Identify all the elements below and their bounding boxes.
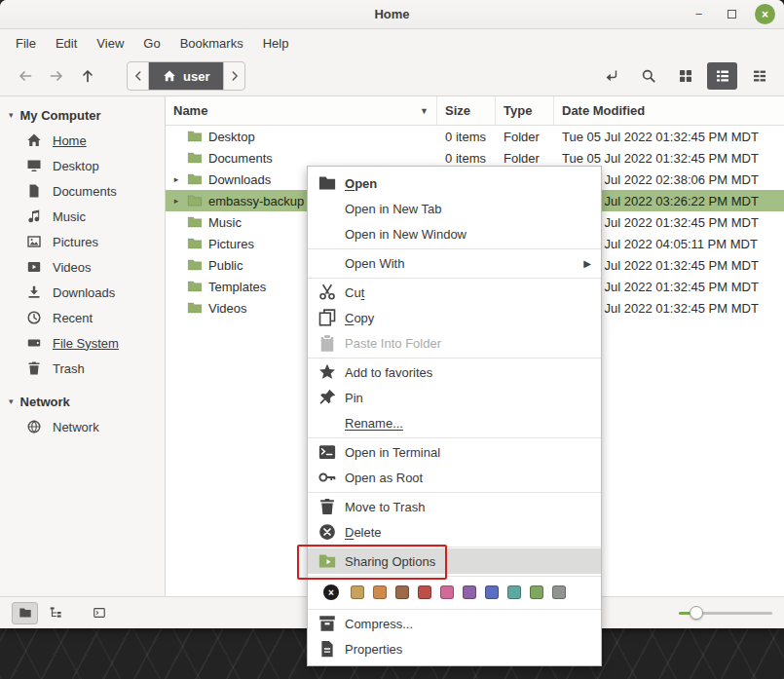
sidebar-item-network[interactable]: Network	[0, 414, 165, 439]
list-view-button[interactable]	[707, 62, 737, 90]
file-row-desktop[interactable]: Desktop0 itemsFolderTue 05 Jul 2022 01:3…	[166, 126, 784, 147]
menu-item-open-as-root[interactable]: Open as Root	[308, 465, 601, 490]
menubar-item-file[interactable]: File	[6, 32, 46, 55]
menu-item-sharing-options[interactable]: Sharing Options	[308, 548, 601, 574]
column-header-label: Size	[445, 103, 470, 118]
filesystem-icon	[26, 335, 42, 351]
menu-separator	[308, 437, 601, 438]
minimize-button[interactable]: −	[689, 4, 709, 24]
toolbar-right	[596, 62, 774, 90]
sidebar-section-header[interactable]: ▾Network	[0, 389, 165, 414]
folder-color-swatch-4[interactable]	[440, 585, 454, 599]
breadcrumb: user	[127, 61, 245, 91]
desktop-icon	[26, 158, 42, 173]
toolbar: user	[0, 57, 784, 96]
sidebar-item-desktop[interactable]: Desktop	[0, 153, 165, 178]
sidebar-item-documents[interactable]: Documents	[0, 178, 165, 204]
forward-button[interactable]	[41, 61, 72, 91]
menu-item-open-with[interactable]: Open With▶	[308, 250, 601, 276]
pane-toggles	[12, 602, 112, 624]
icon-view-icon	[678, 68, 693, 84]
column-header-type[interactable]: Type	[496, 96, 554, 125]
menubar-item-help[interactable]: Help	[253, 32, 299, 55]
folder-color-swatch-6[interactable]	[485, 585, 499, 599]
folder-color-swatch-3[interactable]	[418, 585, 431, 599]
file-name: Pictures	[208, 237, 254, 251]
menubar-item-go[interactable]: Go	[133, 32, 169, 55]
sidebar-item-file-system[interactable]: File System	[0, 330, 165, 356]
row-expander-icon[interactable]: ▸	[171, 196, 181, 206]
documents-icon	[26, 183, 42, 199]
sidebar-item-downloads[interactable]: Downloads	[0, 280, 165, 305]
menubar-item-bookmarks[interactable]: Bookmarks	[170, 32, 253, 55]
sidebar-item-home[interactable]: Home	[0, 128, 165, 153]
menu-item-add-to-favorites[interactable]: Add to favorites	[308, 359, 601, 385]
folder-color-swatch-7[interactable]	[507, 585, 521, 599]
clear-folder-color-button[interactable]: ×	[323, 585, 339, 600]
folder-color-swatch-2[interactable]	[395, 585, 409, 599]
menu-item-delete[interactable]: Delete	[308, 519, 601, 545]
titlebar[interactable]: Home − ×	[0, 0, 784, 29]
column-header-date-modified[interactable]: Date Modified	[554, 96, 784, 125]
sidebar-section-header[interactable]: ▾My Computer	[0, 102, 165, 128]
terminal-pane-toggle[interactable]	[86, 602, 112, 624]
menu-item-open-in-terminal[interactable]: Open in Terminal	[308, 439, 601, 465]
menu-item-label: Properties	[345, 642, 402, 657]
up-icon	[80, 68, 95, 84]
file-name: embassy-backup	[208, 194, 304, 208]
copy-icon	[317, 308, 337, 327]
sidebar-item-music[interactable]: Music	[0, 204, 165, 229]
folder-pane-icon	[19, 606, 32, 620]
close-button[interactable]: ×	[755, 4, 775, 24]
name-cell: Documents	[166, 150, 437, 166]
back-button[interactable]	[10, 61, 41, 91]
zoom-slider-handle[interactable]	[690, 606, 703, 620]
menu-item-properties[interactable]: Properties	[308, 636, 601, 661]
menu-item-open[interactable]: Open	[308, 170, 601, 196]
folder-color-swatch-8[interactable]	[530, 585, 543, 599]
menubar-item-edit[interactable]: Edit	[46, 32, 87, 55]
menubar-item-view[interactable]: View	[87, 32, 133, 55]
menu-item-move-to-trash[interactable]: Move to Trash	[308, 494, 601, 519]
column-header-name[interactable]: Name▼	[166, 96, 437, 125]
breadcrumb-scroll-left-button[interactable]	[128, 62, 149, 90]
star-icon	[317, 362, 337, 382]
menu-item-open-in-new-tab[interactable]: Open in New Tab	[308, 196, 601, 221]
menu-item-open-in-new-window[interactable]: Open in New Window	[308, 221, 601, 246]
folder-color-swatch-9[interactable]	[552, 585, 566, 599]
toggle-location-entry-button[interactable]	[596, 62, 626, 90]
properties-icon	[317, 639, 337, 659]
sidebar-item-recent[interactable]: Recent	[0, 305, 165, 330]
sidebar-item-videos[interactable]: Videos	[0, 254, 165, 280]
menu-item-pin[interactable]: Pin	[308, 385, 601, 410]
folder-color-swatch-5[interactable]	[463, 585, 476, 599]
menu-item-cut[interactable]: Cut	[308, 280, 601, 305]
zoom-slider[interactable]	[679, 603, 772, 622]
file-name: Music	[208, 215, 242, 230]
compact-view-button[interactable]	[744, 62, 774, 90]
icon-view-button[interactable]	[670, 62, 700, 90]
places-pane-toggle[interactable]	[12, 602, 38, 624]
menu-item-copy[interactable]: Copy	[308, 305, 601, 330]
breadcrumb-scroll-right-button[interactable]	[223, 62, 244, 90]
breadcrumb-segment-user[interactable]: user	[149, 62, 223, 90]
folder-color-swatch-0[interactable]	[351, 585, 364, 599]
up-button[interactable]	[72, 61, 103, 91]
home-icon	[163, 69, 176, 83]
trash-icon	[317, 497, 337, 516]
menu-item-label: Delete	[345, 525, 382, 540]
sidebar-item-trash[interactable]: Trash	[0, 356, 165, 381]
sidebar-section-my-computer: ▾My ComputerHomeDesktopDocumentsMusicPic…	[0, 102, 165, 381]
maximize-icon	[728, 10, 736, 19]
row-expander-icon[interactable]: ▸	[171, 174, 181, 184]
treeview-pane-toggle[interactable]	[42, 602, 68, 624]
sidebar-item-pictures[interactable]: Pictures	[0, 229, 165, 254]
menu-item-rename[interactable]: Rename...	[308, 410, 601, 435]
folder-color-swatch-1[interactable]	[373, 585, 387, 599]
maximize-button[interactable]	[722, 4, 742, 24]
column-header-size[interactable]: Size	[437, 96, 496, 125]
menu-item-label: Add to favorites	[345, 365, 432, 380]
section-label: Network	[20, 395, 70, 409]
search-button[interactable]	[633, 62, 663, 90]
menu-item-compress[interactable]: Compress...	[308, 611, 601, 636]
